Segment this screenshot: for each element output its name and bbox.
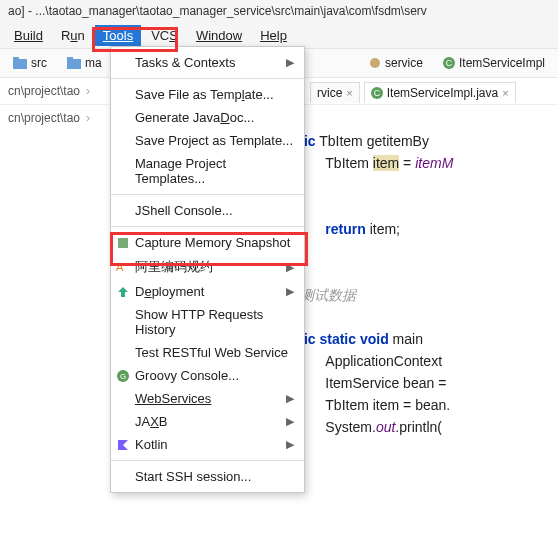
alibaba-icon: A bbox=[115, 259, 131, 275]
chevron-right-icon: ▶ bbox=[286, 285, 294, 298]
close-icon[interactable]: × bbox=[346, 87, 352, 99]
breadcrumb-item[interactable]: cn\project\tao bbox=[8, 84, 90, 98]
svg-text:A: A bbox=[116, 261, 124, 273]
tab-rvice[interactable]: rvice× bbox=[310, 82, 360, 103]
separator bbox=[111, 226, 304, 227]
svg-rect-3 bbox=[67, 57, 73, 61]
class-icon: C bbox=[443, 57, 455, 69]
menu-run[interactable]: Run bbox=[53, 25, 93, 46]
menu-ssh-session[interactable]: Start SSH session... bbox=[111, 465, 304, 488]
menu-kotlin[interactable]: Kotlin▶ bbox=[111, 433, 304, 456]
package-icon bbox=[369, 57, 381, 69]
deploy-icon bbox=[115, 284, 131, 300]
menu-jshell[interactable]: JShell Console... bbox=[111, 199, 304, 222]
menu-groovy-console[interactable]: G Groovy Console... bbox=[111, 364, 304, 387]
groovy-icon: G bbox=[115, 368, 131, 384]
svg-text:G: G bbox=[120, 372, 126, 381]
menu-help[interactable]: Help bbox=[252, 25, 295, 46]
menu-manage-project-templates[interactable]: Manage Project Templates... bbox=[111, 152, 304, 190]
chevron-right-icon: ▶ bbox=[286, 415, 294, 428]
menu-http-history[interactable]: Show HTTP Requests History bbox=[111, 303, 304, 341]
memory-icon bbox=[115, 235, 131, 251]
separator bbox=[111, 460, 304, 461]
menubar: Build Run Tools VCS Window Help bbox=[0, 22, 558, 48]
nav-src[interactable]: src bbox=[6, 53, 54, 73]
menu-window[interactable]: Window bbox=[188, 25, 250, 46]
menu-save-file-template[interactable]: Save File as Template... bbox=[111, 83, 304, 106]
menu-webservices[interactable]: WebServices▶ bbox=[111, 387, 304, 410]
separator bbox=[111, 194, 304, 195]
menu-jaxb[interactable]: JAXB▶ bbox=[111, 410, 304, 433]
svg-text:C: C bbox=[374, 88, 381, 98]
kotlin-icon bbox=[115, 437, 131, 453]
svg-rect-9 bbox=[118, 238, 128, 248]
close-icon[interactable]: × bbox=[502, 87, 508, 99]
breadcrumb-item[interactable]: cn\project\tao bbox=[8, 111, 90, 125]
menu-tools[interactable]: Tools bbox=[95, 25, 141, 46]
menu-save-project-template[interactable]: Save Project as Template... bbox=[111, 129, 304, 152]
chevron-right-icon: ▶ bbox=[286, 261, 294, 274]
menu-alibaba-coding[interactable]: A 阿里编码规约▶ bbox=[111, 254, 304, 280]
editor-code[interactable]: lic TbItem getitemBy TbItem item = itemM… bbox=[300, 108, 453, 438]
menu-vcs[interactable]: VCS bbox=[143, 25, 186, 46]
folder-icon bbox=[67, 57, 81, 69]
window-title: ao] - ...\taotao_manager\taotao_manager_… bbox=[0, 0, 558, 22]
nav-ma[interactable]: ma bbox=[60, 53, 109, 73]
menu-deployment[interactable]: Deployment▶ bbox=[111, 280, 304, 303]
chevron-right-icon: ▶ bbox=[286, 56, 294, 69]
nav-service[interactable]: service bbox=[362, 53, 430, 73]
chevron-right-icon: ▶ bbox=[286, 392, 294, 405]
editor-tabs: rvice× C ItemServiceImpl.java× bbox=[310, 82, 516, 103]
menu-capture-memory[interactable]: Capture Memory Snapshot bbox=[111, 231, 304, 254]
menu-generate-javadoc[interactable]: Generate JavaDoc... bbox=[111, 106, 304, 129]
menu-tasks-contexts[interactable]: Tasks & Contexts▶ bbox=[111, 51, 304, 74]
svg-rect-1 bbox=[13, 57, 19, 61]
chevron-right-icon: ▶ bbox=[286, 438, 294, 451]
svg-text:C: C bbox=[446, 58, 453, 68]
nav-class[interactable]: C ItemServiceImpl bbox=[436, 53, 552, 73]
menu-test-restful[interactable]: Test RESTful Web Service bbox=[111, 341, 304, 364]
svg-point-4 bbox=[370, 58, 380, 68]
menu-build[interactable]: Build bbox=[6, 25, 51, 46]
class-icon: C bbox=[371, 87, 383, 99]
tab-itemserviceimpl[interactable]: C ItemServiceImpl.java× bbox=[364, 82, 516, 103]
tools-menu: Tasks & Contexts▶ Save File as Template.… bbox=[110, 46, 305, 493]
folder-icon bbox=[13, 57, 27, 69]
separator bbox=[111, 78, 304, 79]
